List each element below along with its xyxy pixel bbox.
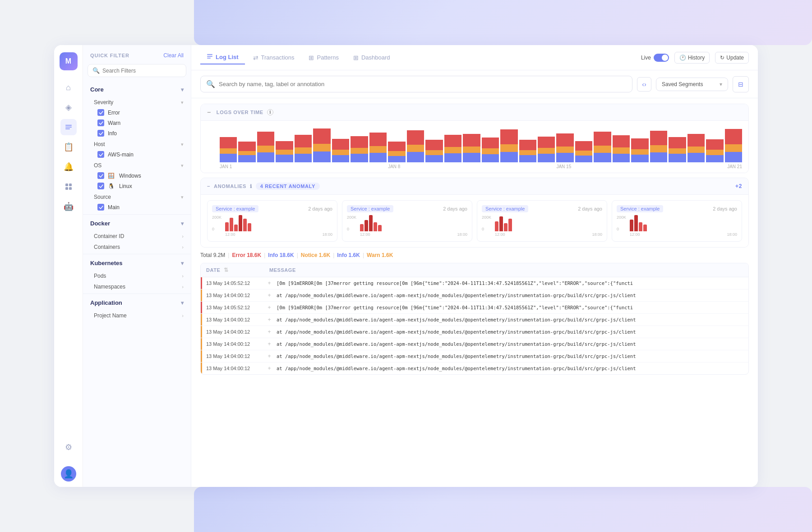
stat-error: Error 18.6K bbox=[232, 252, 261, 258]
severity-indicator bbox=[201, 362, 202, 374]
log-row[interactable]: 13 May 14:04:00:12+at /app/node_modules/… bbox=[201, 326, 748, 338]
log-row[interactable]: 13 May 14:04:00:12+at /app/node_modules/… bbox=[201, 289, 748, 302]
nav-alerts-icon[interactable]: 🔔 bbox=[60, 159, 77, 175]
host-subsection-header[interactable]: Host ▾ bbox=[83, 138, 191, 149]
tab-dashboard[interactable]: ⊞ Dashboard bbox=[347, 51, 397, 64]
live-toggle[interactable] bbox=[654, 54, 669, 62]
nav-user-avatar[interactable]: 👤 bbox=[61, 466, 76, 482]
anomaly-plus-btn[interactable]: +2 bbox=[735, 183, 742, 189]
bar-error-1 bbox=[238, 142, 255, 151]
container-id-header[interactable]: Container ID › bbox=[83, 230, 191, 241]
application-section-header[interactable]: Application ▾ bbox=[83, 296, 191, 310]
filter-option-error[interactable]: Error bbox=[83, 107, 191, 118]
nav-robot-icon[interactable]: 🤖 bbox=[60, 198, 77, 215]
error-checkbox[interactable] bbox=[97, 109, 104, 116]
log-row-expand-btn[interactable]: + bbox=[264, 292, 275, 298]
severity-indicator bbox=[201, 326, 202, 338]
containers-header[interactable]: Containers › bbox=[83, 241, 191, 252]
log-row-expand-btn[interactable]: + bbox=[264, 316, 275, 323]
warn-checkbox[interactable] bbox=[97, 119, 104, 126]
tab-log-list[interactable]: Log List bbox=[200, 50, 245, 64]
log-row[interactable]: 13 May 14:05:52:12+[0m [91mERROR[0m [37m… bbox=[201, 277, 748, 289]
nav-insights-icon[interactable]: ◈ bbox=[60, 99, 77, 115]
docker-section-header[interactable]: Docker ▾ bbox=[83, 216, 191, 230]
filter-option-aws-main[interactable]: AWS-main bbox=[83, 149, 191, 160]
filter-option-warn[interactable]: Warn bbox=[83, 118, 191, 128]
os-subsection-header[interactable]: OS ▾ bbox=[83, 160, 191, 170]
log-row[interactable]: 13 May 14:04:00:12+at /app/node_modules/… bbox=[201, 350, 748, 362]
log-row-message: [0m [91mERROR[0m [37merror getting resou… bbox=[275, 277, 748, 289]
source-subsection-header[interactable]: Source ▾ bbox=[83, 191, 191, 202]
anomaly-2-bar-2 bbox=[364, 220, 368, 231]
log-row[interactable]: 13 May 14:04:00:12+at /app/node_modules/… bbox=[201, 314, 748, 326]
clear-all-button[interactable]: Clear All bbox=[163, 52, 184, 59]
nav-grid-icon[interactable] bbox=[60, 179, 77, 195]
bar-error-12 bbox=[444, 135, 461, 147]
namespaces-header[interactable]: Namespaces › bbox=[83, 281, 191, 292]
info-label: Info bbox=[108, 130, 117, 137]
bar-group-26 bbox=[706, 139, 723, 162]
saved-segments-dropdown[interactable]: Saved Segments ▾ bbox=[656, 78, 728, 91]
main-source-checkbox[interactable] bbox=[97, 204, 104, 211]
bar-error-27 bbox=[725, 129, 742, 144]
code-view-button[interactable]: ‹› bbox=[637, 77, 651, 92]
log-row-expand-btn[interactable]: + bbox=[264, 304, 275, 311]
bar-error-25 bbox=[687, 134, 705, 147]
anomaly-2-x-labels: 12:00 18:00 bbox=[360, 232, 467, 237]
log-row[interactable]: 13 May 14:04:00:12+at /app/node_modules/… bbox=[201, 338, 748, 350]
filter-option-main[interactable]: Main bbox=[83, 202, 191, 212]
log-row-date: 13 May 14:04:00:12 bbox=[201, 350, 264, 362]
log-row-expand-btn[interactable]: + bbox=[264, 353, 275, 359]
nav-docs-icon[interactable]: 📋 bbox=[60, 139, 77, 155]
stat-info2: Info 1.6K bbox=[337, 252, 360, 258]
filter-icon-button[interactable]: ⊟ bbox=[733, 76, 749, 92]
update-button[interactable]: ↻ Update bbox=[715, 52, 749, 64]
date-sort-icon[interactable]: ⇅ bbox=[224, 267, 229, 273]
filter-option-windows[interactable]: 🪟 Windows bbox=[83, 170, 191, 181]
nav-home-icon[interactable]: ⌂ bbox=[60, 79, 77, 96]
project-name-header[interactable]: Project Name › bbox=[83, 310, 191, 321]
bar-warn-19 bbox=[575, 151, 592, 156]
windows-checkbox[interactable] bbox=[97, 172, 104, 179]
logs-chart-info-icon[interactable]: ℹ bbox=[267, 109, 273, 115]
sidebar-search-box[interactable]: 🔍 bbox=[88, 64, 186, 77]
severity-subsection-header[interactable]: Severity ▾ bbox=[83, 96, 191, 107]
log-row-expand-btn[interactable]: + bbox=[264, 329, 275, 335]
nav-settings-icon[interactable]: ⚙ bbox=[60, 439, 77, 455]
pods-header[interactable]: Pods › bbox=[83, 270, 191, 281]
log-row-expand-btn[interactable]: + bbox=[264, 341, 275, 347]
sidebar-search-input[interactable] bbox=[102, 68, 181, 74]
search-input[interactable] bbox=[219, 81, 627, 87]
anomaly-1-y-bot: 0 bbox=[212, 227, 221, 231]
bar-group-12 bbox=[444, 135, 461, 162]
anomalies-collapse-btn[interactable]: − bbox=[207, 183, 210, 189]
anomaly-badge[interactable]: 4 recent anomaly bbox=[256, 183, 320, 190]
anomaly-3-x-labels: 12:00 18:00 bbox=[495, 232, 602, 237]
bar-info-21 bbox=[613, 154, 630, 162]
log-row[interactable]: 13 May 14:05:52:12+[0m [91mERROR[0m [37m… bbox=[201, 302, 748, 314]
kubernetes-section-header[interactable]: Kubernetes ▾ bbox=[83, 256, 191, 270]
bar-info-15 bbox=[500, 152, 517, 162]
logs-chart-collapse-btn[interactable]: − bbox=[207, 109, 211, 116]
log-row-expand-btn[interactable]: + bbox=[264, 365, 275, 371]
anomalies-info-icon[interactable]: ℹ bbox=[250, 183, 252, 189]
core-section-header[interactable]: Core ▾ bbox=[83, 83, 191, 96]
filter-option-info[interactable]: Info bbox=[83, 128, 191, 138]
anomaly-2-bar-3 bbox=[369, 215, 373, 231]
tab-transactions[interactable]: ⇄ Transactions bbox=[247, 51, 301, 64]
svg-rect-3 bbox=[65, 183, 68, 186]
bar-group-13 bbox=[463, 134, 480, 162]
linux-checkbox[interactable] bbox=[97, 183, 104, 189]
aws-main-checkbox[interactable] bbox=[97, 151, 104, 158]
tab-patterns[interactable]: ⊞ Patterns bbox=[302, 51, 345, 64]
anomaly-card-1-header: Service : example 2 days ago bbox=[212, 205, 332, 212]
nav-logs-icon[interactable] bbox=[60, 119, 77, 135]
info-checkbox[interactable] bbox=[97, 130, 104, 137]
history-button[interactable]: 🕐 History bbox=[674, 52, 710, 64]
logo-button[interactable]: M bbox=[60, 52, 78, 70]
log-row[interactable]: 13 May 14:04:00:12+at /app/node_modules/… bbox=[201, 362, 748, 374]
filter-option-linux[interactable]: 🐧 Linux bbox=[83, 181, 191, 191]
bar-error-22 bbox=[631, 138, 648, 149]
search-bar[interactable]: 🔍 bbox=[200, 76, 632, 92]
log-row-expand-btn[interactable]: + bbox=[264, 280, 275, 286]
